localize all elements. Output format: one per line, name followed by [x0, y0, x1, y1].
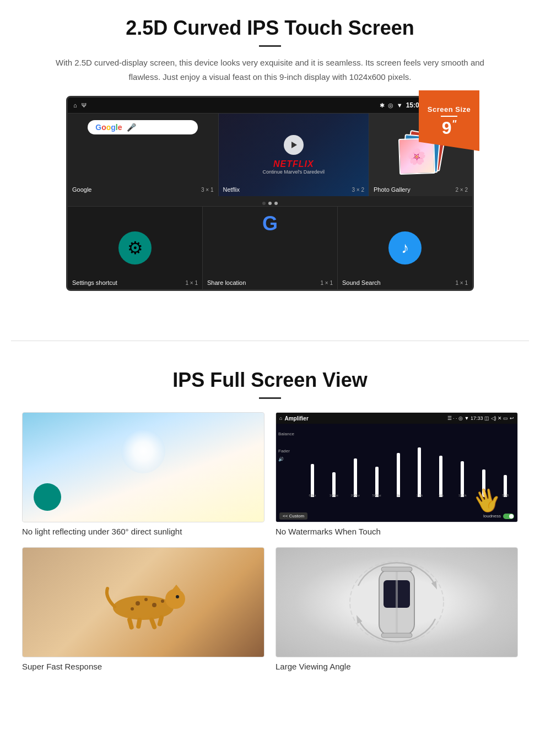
ips-item-car: Large Viewing Angle [276, 547, 518, 671]
section2-underline [259, 397, 281, 399]
svg-marker-0 [291, 142, 297, 148]
svg-point-4 [144, 598, 148, 601]
eq-bar-height-7 [439, 456, 442, 497]
netflix-logo: NETFLIX [273, 159, 314, 169]
flower-icon: 🌸 [407, 147, 426, 165]
eq-bar-100hz: 100hz [324, 431, 344, 497]
location-icon: ◎ [388, 102, 393, 109]
netflix-play-button[interactable] [284, 135, 304, 155]
section2-title: IPS Full Screen View [22, 369, 518, 392]
page-dots [68, 202, 472, 205]
wifi-icon: ▼ [397, 102, 403, 109]
amp-fader-label: Fader [278, 449, 300, 453]
car-image-box [276, 547, 518, 657]
app-cell-sound-search[interactable]: ♪ Sound Search 1 × 1 [338, 207, 472, 289]
app-cell-share-location[interactable]: G Share location 1 × 1 [203, 207, 338, 289]
badge-unit: " [452, 118, 457, 129]
svg-point-6 [131, 607, 134, 611]
eq-bar-sub: SUB [495, 431, 515, 497]
eq-label-10: SUB [502, 494, 509, 497]
google-g-icon: G [262, 212, 278, 235]
amp-speaker-icon: 🔊 [278, 457, 300, 462]
eq-bar-height-1 [311, 464, 314, 497]
netflix-label: Netflix [223, 186, 240, 193]
loudness-toggle[interactable] [503, 514, 514, 519]
car-image [276, 548, 517, 657]
netflix-subtitle: Continue Marvel's Daredevil [263, 169, 325, 175]
cheetah-image [23, 548, 264, 657]
page-dot-3 [274, 202, 278, 205]
sunlight-image-box [22, 412, 264, 522]
svg-point-3 [136, 601, 140, 606]
svg-point-13 [176, 595, 179, 598]
svg-rect-10 [149, 617, 157, 630]
section1-description: With 2.5D curved-display screen, this de… [50, 56, 490, 84]
eq-bar-1k: 1k [388, 431, 408, 497]
amp-left-labels: Balance Fader 🔊 [278, 426, 300, 508]
screen-size-badge: Screen Size 9" [419, 90, 479, 151]
eq-bar-height-4 [375, 467, 379, 497]
app-row-2: ⚙ Settings shortcut 1 × 1 G Shar [68, 206, 472, 289]
teal-logo-circle [34, 483, 61, 511]
settings-content: ⚙ [68, 207, 202, 289]
eq-bar-500hz: 500hz [367, 431, 387, 497]
android-screen: ⌂ Ψ ✱ ◎ ▼ 15:06 ◫ ◁) ✕ ▭ ↩ [66, 96, 474, 291]
netflix-content: NETFLIX Continue Marvel's Daredevil [219, 114, 369, 196]
fader-label: Fader [278, 449, 300, 453]
sunlight-image [23, 413, 264, 522]
amp-title: Amplifier [284, 415, 308, 422]
sound-search-label: Sound Search [342, 279, 381, 286]
ips-grid: No light reflecting under 360° direct su… [22, 412, 518, 671]
section1-title: 2.5D Curved IPS Touch Screen [33, 17, 507, 40]
amplifier-image: ⌂ Amplifier ☰ · · ◎ ▼ 17:33 ◫ ◁) ✕ ▭ ↩ B… [276, 413, 517, 522]
page-dot-1 [262, 202, 266, 205]
app-cell-settings[interactable]: ⚙ Settings shortcut 1 × 1 [68, 207, 203, 289]
ips-item-sunlight: No light reflecting under 360° direct su… [22, 412, 264, 536]
app-cell-google[interactable]: Google 🎤 Google 3 × 1 [68, 114, 219, 196]
svg-point-7 [161, 600, 164, 603]
eq-bar-height-3 [354, 458, 357, 497]
eq-bar-10k: 10k [431, 431, 451, 497]
badge-size: 9" [442, 119, 456, 137]
sound-search-content: ♪ [338, 207, 472, 289]
amplifier-image-box: ⌂ Amplifier ☰ · · ◎ ▼ 17:33 ◫ ◁) ✕ ▭ ↩ B… [276, 412, 518, 522]
photo-gallery-label: Photo Gallery [374, 186, 411, 193]
share-location-label: Share location [207, 279, 246, 286]
section-curved: 2.5D Curved IPS Touch Screen With 2.5D c… [0, 0, 540, 318]
svg-point-2 [165, 589, 185, 609]
amp-custom-button[interactable]: << Custom [279, 512, 307, 520]
settings-gear-icon: ⚙ [118, 231, 152, 264]
amplifier-caption: No Watermarks When Touch [276, 527, 518, 536]
eq-label-2: 100hz [330, 494, 338, 497]
eq-label-6: 2.5k [417, 494, 423, 497]
svg-marker-12 [172, 585, 181, 590]
eq-bar-height-8 [461, 461, 464, 497]
google-searchbar[interactable]: Google 🎤 [88, 120, 198, 134]
svg-point-1 [113, 596, 174, 620]
photo-gallery-size: 2 × 2 [455, 187, 468, 193]
google-label: Google [72, 186, 91, 193]
svg-rect-20 [381, 567, 412, 571]
balance-label: Balance [278, 431, 300, 436]
section-divider [11, 341, 529, 341]
eq-bar-200hz: 200hz [345, 431, 365, 497]
settings-label: Settings shortcut [72, 279, 117, 286]
play-icon [289, 141, 298, 149]
page-dot-2 [268, 202, 272, 205]
share-location-size: 1 × 1 [320, 280, 333, 286]
amp-top-bar: ⌂ Amplifier ☰ · · ◎ ▼ 17:33 ◫ ◁) ✕ ▭ ↩ [276, 413, 517, 424]
usb-icon: Ψ [82, 102, 87, 109]
sunlight-caption: No light reflecting under 360° direct su… [22, 527, 264, 536]
app-cell-netflix[interactable]: NETFLIX Continue Marvel's Daredevil Netf… [219, 114, 370, 196]
google-search-bar-container: Google 🎤 [68, 120, 218, 134]
badge-title: Screen Size [428, 105, 471, 114]
eq-bar-height-5 [397, 453, 400, 497]
netflix-size: 3 × 2 [352, 187, 364, 193]
car-topview-svg [342, 553, 452, 652]
badge-underline [441, 116, 457, 117]
bluetooth-icon: ✱ [380, 102, 385, 109]
ips-item-amplifier: ⌂ Amplifier ☰ · · ◎ ▼ 17:33 ◫ ◁) ✕ ▭ ↩ B… [276, 412, 518, 536]
eq-label-7: 10k [439, 494, 444, 497]
amp-time-area: ☰ · · ◎ ▼ 17:33 ◫ ◁) ✕ ▭ ↩ [447, 415, 514, 421]
google-logo: Google [95, 123, 122, 132]
